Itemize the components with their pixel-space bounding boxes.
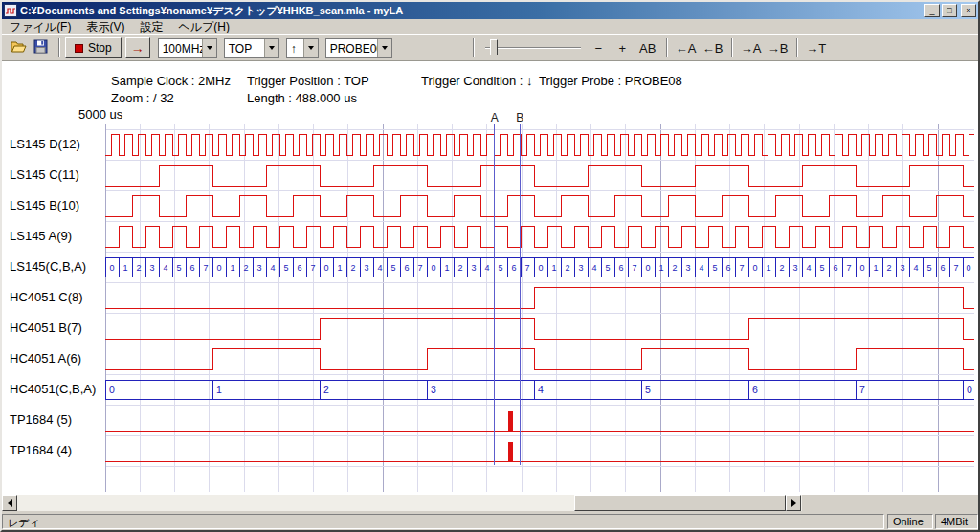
svg-text:0: 0	[859, 263, 864, 273]
scrollbar-left-arrow[interactable]	[2, 495, 17, 511]
menu-item-settings[interactable]: 設定	[132, 19, 170, 34]
arrow-right-icon	[791, 499, 796, 507]
open-file-button[interactable]	[8, 37, 29, 58]
svg-text:5: 5	[645, 384, 651, 395]
svg-text:5: 5	[498, 263, 502, 273]
svg-text:7: 7	[859, 384, 865, 395]
menu-item-help[interactable]: ヘルプ(H)	[170, 19, 237, 34]
svg-text:6: 6	[297, 263, 301, 273]
svg-text:4: 4	[591, 263, 596, 273]
toolbar-separator	[58, 38, 60, 57]
svg-text:1: 1	[230, 263, 234, 273]
channel-label: LS145(C,B,A)	[10, 259, 86, 275]
toolbar-separator	[666, 38, 668, 57]
horizontal-scrollbar[interactable]	[2, 495, 802, 511]
svg-text:5: 5	[390, 263, 395, 273]
window-title: C:¥Documents and Settings¥noname¥デスクトップ¥…	[20, 4, 923, 18]
channel-label: LS145 C(11)	[10, 167, 79, 183]
chevron-down-icon[interactable]	[377, 39, 391, 57]
svg-text:3: 3	[149, 263, 154, 273]
save-icon	[33, 39, 49, 55]
channel-label: HC4051(C,B,A)	[10, 382, 96, 397]
menu-bar: ファイル(F) 表示(V) 設定 ヘルプ(H)	[2, 19, 978, 34]
svg-text:5: 5	[926, 263, 931, 273]
svg-text:0: 0	[966, 263, 970, 273]
svg-text:0: 0	[752, 263, 757, 273]
probe-select[interactable]: PROBE00	[325, 38, 392, 58]
trigger-probe-info: Trigger Probe : PROBE08	[539, 74, 682, 88]
svg-text:6: 6	[618, 263, 623, 273]
menu-item-file[interactable]: ファイル(F)	[2, 19, 78, 34]
cursor-b-label[interactable]: B	[514, 111, 525, 124]
svg-text:2: 2	[323, 384, 329, 395]
scrollbar-right-arrow[interactable]	[786, 495, 801, 511]
zoom-slider[interactable]	[485, 38, 581, 57]
svg-text:5: 5	[819, 263, 824, 273]
waveform-plot[interactable]: 0123456701234567012345670123456701234567…	[105, 124, 974, 495]
status-online: Online	[887, 514, 933, 529]
trigger-condition-info: Trigger Condition : ↓	[421, 74, 533, 88]
svg-text:4: 4	[377, 263, 382, 273]
run-button[interactable]: →	[125, 37, 150, 58]
channel-label: LS145 A(9)	[10, 229, 72, 244]
maximize-button[interactable]: □	[942, 4, 957, 17]
menu-item-view[interactable]: 表示(V)	[78, 19, 132, 34]
ab-range-button[interactable]: AB	[635, 37, 661, 58]
chevron-down-icon[interactable]	[264, 39, 278, 57]
goto-b-left-button[interactable]: ←B	[700, 37, 726, 58]
svg-text:1: 1	[873, 263, 878, 273]
svg-text:5: 5	[605, 263, 610, 273]
app-icon	[4, 4, 17, 17]
svg-text:7: 7	[953, 263, 958, 273]
channel-label: LS145 D(12)	[10, 137, 80, 152]
cursor-a-label[interactable]: A	[489, 111, 501, 124]
toolbar-separator	[473, 38, 475, 57]
svg-text:0: 0	[323, 263, 328, 273]
minimize-button[interactable]: _	[924, 4, 940, 17]
channel-label: HC4051 B(7)	[10, 321, 82, 336]
trigger-position-select[interactable]: TOP	[224, 38, 279, 58]
save-button[interactable]	[31, 37, 52, 58]
goto-a-right-button[interactable]: →A	[738, 37, 765, 58]
svg-text:2: 2	[779, 263, 784, 273]
svg-text:0: 0	[216, 263, 221, 273]
arrow-left-icon	[8, 499, 12, 507]
svg-text:7: 7	[417, 263, 422, 273]
chevron-down-icon[interactable]	[202, 39, 216, 57]
stop-button[interactable]: Stop	[65, 37, 122, 58]
svg-text:7: 7	[203, 263, 208, 273]
svg-text:6: 6	[833, 263, 837, 273]
status-bar: レディ Online 4MBit	[2, 513, 978, 530]
goto-trigger-button[interactable]: →T	[803, 37, 830, 58]
svg-text:2: 2	[672, 263, 677, 273]
zoom-slider-thumb[interactable]	[490, 39, 498, 55]
svg-text:1: 1	[766, 263, 770, 273]
channel-label: TP1684 (5)	[10, 412, 72, 428]
close-button[interactable]: ×	[961, 4, 976, 17]
trigger-edge-select[interactable]: ↑	[286, 38, 319, 58]
chevron-down-icon[interactable]	[303, 39, 318, 57]
svg-text:7: 7	[524, 263, 529, 273]
sample-clock-select[interactable]: 100MHz	[158, 38, 217, 58]
svg-text:3: 3	[792, 263, 797, 273]
svg-text:6: 6	[940, 263, 945, 273]
length-info: Length : 488.000 us	[247, 91, 357, 105]
zoom-slider-track[interactable]	[485, 47, 581, 49]
title-bar[interactable]: C:¥Documents and Settings¥noname¥デスクトップ¥…	[2, 2, 978, 19]
zoom-out-button[interactable]: −	[587, 37, 611, 58]
goto-a-left-button[interactable]: ←A	[673, 37, 700, 58]
scrollbar-thumb[interactable]	[574, 495, 786, 511]
svg-text:3: 3	[431, 384, 436, 395]
zoom-in-button[interactable]: +	[611, 37, 635, 58]
goto-b-right-button[interactable]: →B	[765, 37, 791, 58]
zoom-info: Zoom : / 32	[111, 91, 174, 105]
svg-text:2: 2	[243, 263, 248, 273]
svg-text:4: 4	[270, 263, 275, 273]
trigger-position-info: Trigger Position : TOP	[247, 74, 369, 88]
svg-text:4: 4	[806, 263, 811, 273]
status-ready: レディ	[2, 514, 884, 529]
svg-text:0: 0	[431, 263, 435, 273]
application-window: C:¥Documents and Settings¥noname¥デスクトップ¥…	[0, 0, 980, 532]
svg-text:6: 6	[725, 263, 730, 273]
waveform-client-area: Sample Clock : 2MHz Trigger Position : T…	[2, 61, 978, 495]
